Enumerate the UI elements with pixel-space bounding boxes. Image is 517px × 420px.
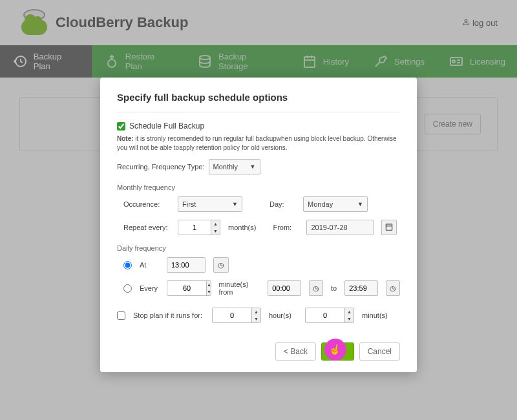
- from-date-field[interactable]: 2019-07-28: [306, 220, 374, 235]
- modal-title: Specify full backup schedule options: [117, 92, 400, 103]
- clock-icon: ◷: [313, 284, 319, 293]
- schedule-modal: Specify full backup schedule options Sch…: [100, 78, 417, 372]
- range-from-picker-button[interactable]: ◷: [309, 280, 323, 296]
- schedule-note: Note: it is stronly recomended to run re…: [117, 134, 400, 152]
- stop-minutes-stepper[interactable]: ▲▼: [305, 308, 354, 323]
- step-up-icon[interactable]: ▲: [211, 220, 220, 227]
- repeat-row: Repeat every: ▲▼ month(s) From: 2019-07-…: [117, 220, 400, 235]
- stop-hours-stepper[interactable]: ▲▼: [212, 308, 261, 323]
- occurence-label: Occurence:: [123, 200, 170, 208]
- modal-overlay: Specify full backup schedule options Sch…: [0, 0, 517, 420]
- frequency-type-value: Monthly: [213, 163, 238, 171]
- clock-icon: ◷: [218, 261, 224, 269]
- schedule-full-backup-checkbox[interactable]: [117, 122, 125, 131]
- from-date-value: 2019-07-28: [311, 224, 347, 231]
- repeat-unit: month(s): [228, 224, 256, 231]
- range-to-label: to: [331, 284, 337, 292]
- every-label: Every: [140, 284, 159, 292]
- step-down-icon[interactable]: ▼: [211, 227, 220, 235]
- step-up-icon[interactable]: ▲: [345, 308, 353, 315]
- frequency-type-label: Recurring, Frequency Type:: [117, 163, 205, 171]
- day-label: Day:: [269, 200, 295, 208]
- at-time-field[interactable]: [167, 257, 206, 273]
- every-minutes-stepper[interactable]: ▲▼: [167, 280, 211, 296]
- at-label: At: [140, 261, 159, 269]
- step-down-icon[interactable]: ▼: [252, 315, 260, 322]
- step-down-icon[interactable]: ▼: [345, 315, 353, 322]
- chevron-down-icon: ▼: [250, 163, 256, 170]
- calendar-picker-button[interactable]: [381, 220, 397, 235]
- range-from-field[interactable]: [268, 280, 301, 296]
- schedule-full-backup-label: Schedule Full Backup: [129, 121, 204, 131]
- at-row: At ◷: [117, 257, 400, 273]
- step-up-icon[interactable]: ▲: [207, 281, 211, 288]
- repeat-every-input[interactable]: [178, 220, 211, 235]
- at-time-input[interactable]: [171, 261, 196, 269]
- clock-icon: ◷: [390, 284, 396, 293]
- day-value: Monday: [308, 200, 333, 208]
- divider: [117, 112, 400, 112]
- range-to-field[interactable]: [344, 280, 378, 296]
- click-indicator-icon: ☝: [324, 339, 346, 361]
- daily-section-title: Daily frequency: [117, 244, 400, 252]
- step-down-icon[interactable]: ▼: [207, 288, 211, 295]
- daily-every-radio[interactable]: [123, 284, 132, 293]
- cancel-button[interactable]: Cancel: [359, 342, 400, 361]
- range-to-picker-button[interactable]: ◷: [386, 280, 400, 296]
- occurence-select[interactable]: First ▼: [178, 196, 242, 212]
- back-button[interactable]: < Back: [275, 342, 316, 361]
- repeat-every-stepper[interactable]: ▲▼: [178, 220, 220, 235]
- next-button[interactable]: Next ☝: [321, 342, 354, 361]
- from-label: From:: [273, 224, 299, 231]
- monthly-section-title: Monthly frequency: [117, 184, 400, 191]
- range-from-input[interactable]: [272, 284, 297, 292]
- frequency-type-select[interactable]: Monthly ▼: [209, 159, 260, 174]
- step-up-icon[interactable]: ▲: [252, 308, 260, 315]
- calendar-icon: [385, 222, 394, 233]
- day-select[interactable]: Monday ▼: [303, 196, 368, 212]
- frequency-type-row: Recurring, Frequency Type: Monthly ▼: [117, 159, 400, 174]
- stop-minutes-unit: minut(s): [362, 311, 388, 319]
- stop-plan-row: Stop plan if it runs for: ▲▼ hour(s) ▲▼ …: [117, 308, 400, 323]
- chevron-down-icon: ▼: [357, 201, 363, 207]
- every-unit: minute(s) from: [219, 280, 260, 296]
- at-time-picker-button[interactable]: ◷: [213, 257, 229, 273]
- stop-hours-input[interactable]: [213, 308, 251, 322]
- stop-plan-label: Stop plan if it runs for:: [133, 311, 204, 319]
- range-to-input[interactable]: [349, 284, 374, 292]
- occurence-value: First: [182, 200, 196, 208]
- occurence-row: Occurence: First ▼ Day: Monday ▼: [117, 196, 400, 212]
- repeat-label: Repeat every:: [123, 224, 170, 231]
- every-row: Every ▲▼ minute(s) from ◷ to ◷: [117, 280, 400, 296]
- every-minutes-input[interactable]: [167, 281, 206, 295]
- stop-minutes-input[interactable]: [306, 308, 344, 322]
- svg-rect-7: [386, 224, 392, 229]
- schedule-checkbox-row: Schedule Full Backup: [117, 121, 400, 131]
- stop-hours-unit: hour(s): [269, 311, 297, 319]
- stop-plan-checkbox[interactable]: [117, 311, 125, 320]
- chevron-down-icon: ▼: [232, 201, 238, 207]
- daily-at-radio[interactable]: [123, 261, 132, 269]
- modal-footer: < Back Next ☝ Cancel: [117, 342, 400, 361]
